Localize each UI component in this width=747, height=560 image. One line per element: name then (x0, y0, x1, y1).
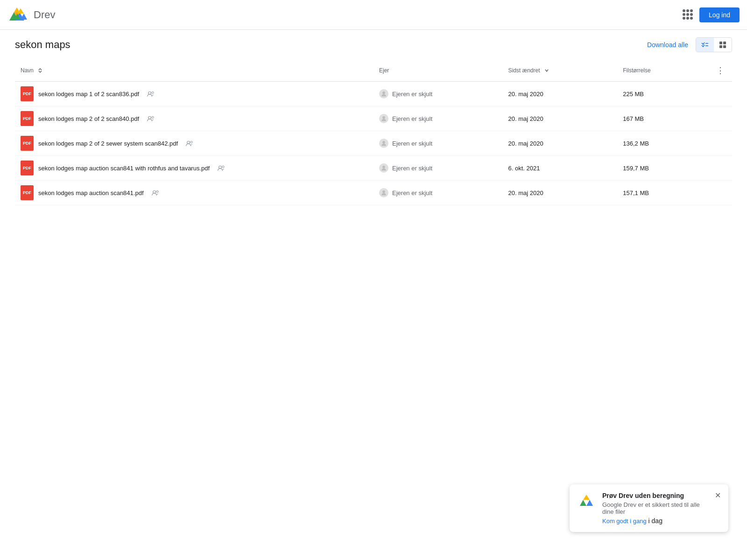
file-size-cell-2: 136,2 MB (617, 131, 703, 156)
col-size-header: Filstørrelse (617, 60, 703, 82)
file-date-cell-1: 20. maj 2020 (502, 106, 617, 131)
svg-point-17 (222, 166, 224, 168)
view-toggle (696, 37, 732, 52)
file-owner-cell-0: Ejeren er skjult (374, 82, 502, 106)
file-name-cell-2: PDF sekon lodges map 2 of 2 sewer system… (15, 131, 374, 156)
file-name-label: sekon lodges map 1 of 2 scan836.pdf (38, 91, 139, 98)
owner-label: Ejeren er skjult (392, 140, 432, 147)
file-size-cell-3: 159,7 MB (617, 156, 703, 181)
col-actions-header: ⋮ (704, 60, 732, 82)
owner-label: Ejeren er skjult (392, 189, 432, 196)
list-view-button[interactable] (696, 38, 714, 52)
file-owner-cell-2: Ejeren er skjult (374, 131, 502, 156)
pdf-icon: PDF (21, 86, 34, 101)
col-date-header[interactable]: Sidst ændret (502, 60, 617, 82)
owner-avatar (379, 89, 388, 98)
table-row[interactable]: PDF sekon lodges map 1 of 2 scan836.pdf … (15, 82, 732, 106)
svg-point-9 (382, 91, 385, 94)
header-left: Drev (7, 6, 55, 24)
file-name-cell-0: PDF sekon lodges map 1 of 2 scan836.pdf (15, 82, 374, 106)
table-row[interactable]: PDF sekon lodges map 2 of 2 scan840.pdf … (15, 106, 732, 131)
file-name-label: sekon lodges map auction scan841.pdf (38, 189, 144, 196)
file-owner-cell-4: Ejeren er skjult (374, 181, 502, 205)
svg-rect-5 (719, 45, 722, 48)
svg-point-15 (382, 141, 385, 144)
list-view-icon (701, 41, 709, 49)
shared-icon (217, 165, 226, 171)
file-owner-cell-1: Ejeren er skjult (374, 106, 502, 131)
file-size-cell-0: 225 MB (617, 82, 703, 106)
file-table: Navn Ejer Sidst ændret (15, 60, 732, 205)
file-name-label: sekon lodges map auction scan841 with ro… (38, 165, 210, 172)
svg-rect-4 (723, 42, 726, 44)
sort-arrow-icon (37, 68, 43, 73)
toolbar-actions: Download alle (647, 37, 732, 52)
drive-logo-svg (11, 6, 30, 24)
file-actions-cell-3 (704, 156, 732, 181)
file-size-cell-4: 157,1 MB (617, 181, 703, 205)
file-actions-cell-2 (704, 131, 732, 156)
svg-point-8 (152, 92, 154, 94)
pdf-icon: PDF (21, 136, 34, 151)
owner-label: Ejeren er skjult (392, 115, 432, 122)
file-actions-cell-4 (704, 181, 732, 205)
file-date-cell-4: 20. maj 2020 (502, 181, 617, 205)
pdf-icon: PDF (21, 111, 34, 126)
table-row[interactable]: PDF sekon lodges map auction scan841.pdf… (15, 181, 732, 205)
shared-icon (147, 115, 155, 122)
file-actions-cell-0 (704, 82, 732, 106)
app-name: Drev (34, 9, 55, 21)
download-all-link[interactable]: Download alle (647, 41, 688, 49)
owner-avatar (379, 139, 388, 148)
owner-label: Ejeren er skjult (392, 165, 432, 172)
page-content: sekon maps Download alle (0, 30, 747, 213)
owner-avatar (379, 114, 388, 123)
apps-grid-icon[interactable] (683, 9, 694, 21)
svg-rect-6 (723, 45, 726, 48)
pdf-icon: PDF (21, 185, 34, 200)
owner-avatar (379, 188, 388, 197)
page-title: sekon maps (15, 39, 70, 51)
table-options-button[interactable]: ⋮ (714, 63, 726, 77)
shared-icon (147, 91, 155, 97)
svg-point-11 (152, 117, 154, 119)
svg-point-12 (382, 116, 385, 119)
grid-view-icon (719, 41, 727, 49)
col-owner-header: Ejer (374, 60, 502, 82)
col-name-header: Navn (15, 60, 374, 82)
header-right: Log ind (683, 7, 740, 22)
file-date-cell-3: 6. okt. 2021 (502, 156, 617, 181)
header: Drev Log ind (0, 0, 747, 30)
login-button[interactable]: Log ind (699, 7, 740, 22)
file-name-label: sekon lodges map 2 of 2 scan840.pdf (38, 115, 139, 122)
table-header: Navn Ejer Sidst ændret (15, 60, 732, 82)
toolbar: sekon maps Download alle (15, 37, 732, 52)
file-date-cell-0: 20. maj 2020 (502, 82, 617, 106)
file-date-cell-2: 20. maj 2020 (502, 131, 617, 156)
file-name-label: sekon lodges map 2 of 2 sewer system sca… (38, 140, 178, 147)
pdf-icon: PDF (21, 161, 34, 175)
table-row[interactable]: PDF sekon lodges map auction scan841 wit… (15, 156, 732, 181)
file-name-cell-3: PDF sekon lodges map auction scan841 wit… (15, 156, 374, 181)
file-size-cell-1: 167 MB (617, 106, 703, 131)
shared-icon (151, 189, 160, 196)
svg-point-14 (190, 141, 192, 143)
google-drive-logo[interactable]: Drev (7, 6, 55, 24)
file-actions-cell-1 (704, 106, 732, 131)
svg-point-20 (156, 191, 158, 193)
shared-icon (185, 140, 194, 147)
owner-avatar (379, 163, 388, 173)
grid-view-button[interactable] (714, 38, 732, 52)
file-name-cell-1: PDF sekon lodges map 2 of 2 scan840.pdf (15, 106, 374, 131)
table-row[interactable]: PDF sekon lodges map 2 of 2 sewer system… (15, 131, 732, 156)
file-owner-cell-3: Ejeren er skjult (374, 156, 502, 181)
svg-rect-3 (719, 42, 722, 44)
file-list: PDF sekon lodges map 1 of 2 scan836.pdf … (15, 82, 732, 205)
svg-point-18 (382, 166, 385, 168)
date-sort-arrow-icon (544, 68, 550, 73)
owner-label: Ejeren er skjult (392, 91, 432, 98)
svg-point-21 (382, 190, 385, 193)
file-name-cell-4: PDF sekon lodges map auction scan841.pdf (15, 181, 374, 205)
